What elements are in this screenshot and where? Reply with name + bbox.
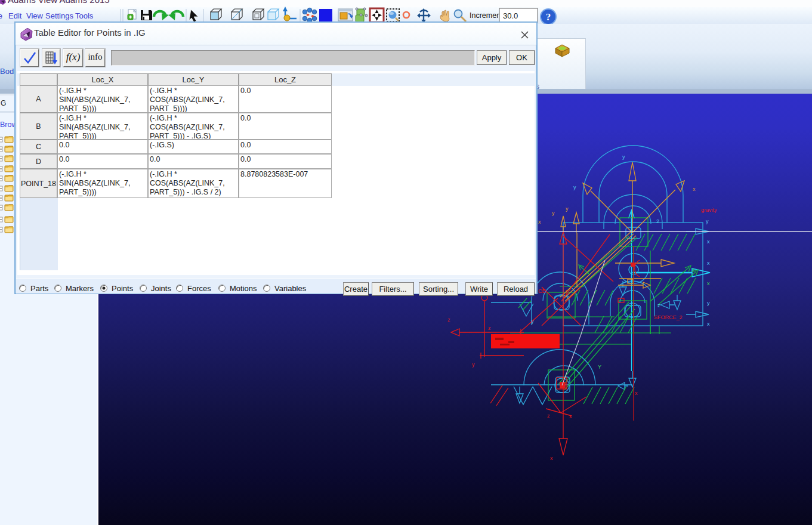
svg-text:SFORCE_2: SFORCE_2 bbox=[654, 314, 683, 320]
svg-text:y: y bbox=[552, 210, 555, 216]
svg-text:y: y bbox=[706, 218, 709, 224]
svg-text:Increment: Increment bbox=[470, 11, 503, 20]
svg-text:x: x bbox=[707, 239, 710, 245]
svg-text:y: y bbox=[573, 184, 576, 190]
svg-text:y: y bbox=[707, 300, 710, 306]
svg-text:gravity: gravity bbox=[701, 207, 717, 213]
svg-text:?: ? bbox=[546, 11, 551, 23]
svg-text:x: x bbox=[550, 455, 553, 461]
svg-text:y: y bbox=[472, 362, 475, 368]
svg-text:Y: Y bbox=[598, 364, 601, 370]
svg-text:x: x bbox=[569, 413, 572, 419]
svg-text:2: 2 bbox=[565, 289, 568, 295]
svg-text:x: x bbox=[707, 280, 710, 286]
svg-text:x: x bbox=[707, 260, 710, 266]
svg-text:2: 2 bbox=[656, 218, 659, 224]
svg-text:x: x bbox=[692, 267, 695, 273]
svg-text:x: x bbox=[538, 219, 541, 225]
svg-text:y: y bbox=[622, 154, 625, 160]
svg-text:z: z bbox=[488, 325, 491, 331]
svg-text:z: z bbox=[547, 413, 550, 419]
svg-text:z: z bbox=[447, 317, 450, 323]
svg-text:y: y bbox=[566, 206, 569, 212]
svg-text:x: x bbox=[693, 186, 696, 192]
svg-text:z: z bbox=[657, 302, 660, 308]
svg-text:30.0: 30.0 bbox=[503, 11, 518, 20]
svg-text:CE: CE bbox=[538, 288, 546, 294]
svg-text:x: x bbox=[635, 390, 638, 396]
svg-text:y: y bbox=[531, 319, 534, 325]
svg-text:x: x bbox=[707, 321, 710, 327]
